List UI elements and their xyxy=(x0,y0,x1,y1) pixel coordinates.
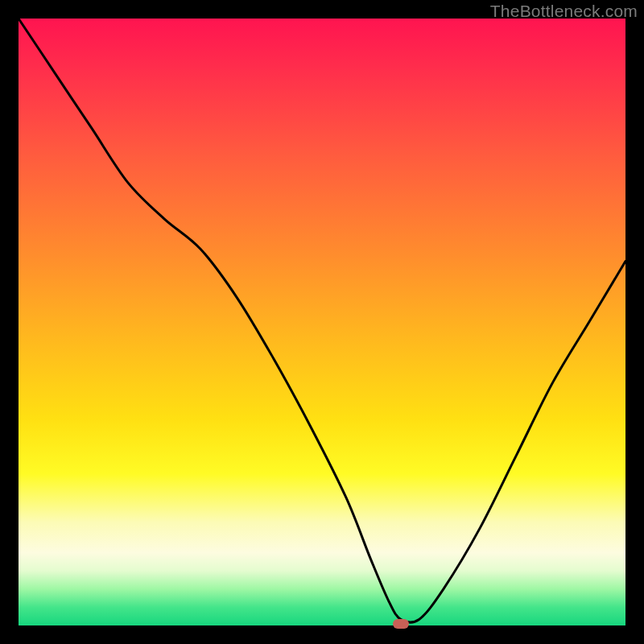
plot-area xyxy=(19,19,625,625)
chart-frame: TheBottleneck.com xyxy=(0,0,644,644)
watermark-text: TheBottleneck.com xyxy=(490,2,638,21)
bottleneck-curve xyxy=(19,19,625,625)
optimal-point-marker xyxy=(393,619,409,629)
